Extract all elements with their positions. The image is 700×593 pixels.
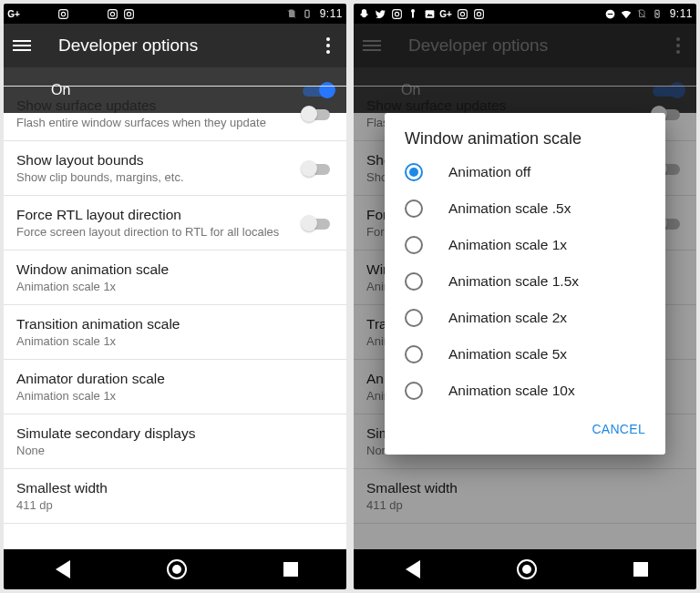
radio-icon [405, 236, 423, 254]
nav-home-icon[interactable] [167, 559, 187, 579]
row-animator-duration-scale[interactable]: Animator duration scale Animation scale … [4, 360, 346, 414]
instagram3-icon [122, 7, 135, 20]
row-subtitle: Animation scale 1x [16, 280, 334, 293]
phone-right: G+ 9:11 Developer options On Show surfac… [354, 4, 696, 589]
row-subtitle: Flash entire window surfaces when they u… [16, 116, 303, 129]
nav-recents-icon[interactable] [283, 562, 298, 577]
dnd-icon [604, 7, 617, 20]
option-animation-05x[interactable]: Animation scale .5x [385, 190, 665, 227]
app-bar: Developer options [4, 24, 346, 67]
row-title: Window animation scale [16, 261, 334, 278]
svg-rect-16 [458, 9, 467, 18]
row-subtitle: 411 dp [16, 498, 334, 512]
row-subtitle: Show clip bounds, margins, etc. [16, 170, 303, 184]
row-switch[interactable] [303, 159, 334, 178]
svg-rect-3 [91, 10, 100, 18]
row-subtitle: Animation scale 1x [16, 334, 334, 348]
radio-icon [405, 163, 423, 181]
no-sim-icon [635, 7, 648, 20]
instagram-icon [57, 7, 69, 20]
svg-point-17 [460, 12, 464, 15]
svg-point-1 [61, 12, 65, 15]
row-subtitle: Force screen layout direction to RTL for… [16, 225, 303, 239]
radio-icon [405, 345, 423, 363]
animation-scale-dialog: Window animation scale Animation off Ani… [385, 113, 665, 455]
row-subtitle: None [16, 444, 334, 457]
android-nav-bar [354, 549, 696, 589]
key-icon [73, 7, 86, 20]
snapchat-icon [24, 7, 36, 20]
cancel-button[interactable]: Cancel [582, 414, 654, 444]
row-title: Transition animation scale [16, 316, 334, 332]
option-label: Animation off [448, 164, 530, 180]
radio-icon [405, 382, 423, 400]
row-title: Force RTL layout direction [16, 207, 303, 223]
row-force-rtl[interactable]: Force RTL layout direction Force screen … [4, 196, 346, 250]
row-smallest-width[interactable]: Smallest width 411 dp [4, 469, 346, 524]
status-clock: 9:11 [670, 7, 693, 20]
hamburger-icon[interactable] [11, 35, 33, 56]
instagram-icon [390, 7, 403, 20]
row-switch[interactable] [303, 105, 334, 123]
status-bar: G+ 9:11 [4, 4, 346, 24]
svg-rect-14 [425, 10, 434, 18]
row-title: Smallest width [16, 480, 334, 496]
nav-back-icon[interactable] [402, 560, 420, 578]
svg-rect-10 [258, 13, 262, 14]
row-title: Animator duration scale [16, 371, 334, 387]
option-animation-5x[interactable]: Animation scale 5x [385, 336, 665, 373]
radio-icon [405, 272, 423, 291]
nav-recents-icon[interactable] [633, 562, 648, 577]
row-title: Show layout bounds [16, 152, 303, 169]
svg-point-2 [65, 10, 66, 11]
instagram2-icon [106, 7, 118, 20]
instagram2-icon [456, 7, 468, 20]
row-subtitle: Animation scale 1x [16, 389, 334, 403]
option-animation-2x[interactable]: Animation scale 2x [385, 300, 665, 336]
dnd-icon [254, 7, 267, 20]
snapchat-icon [357, 7, 370, 20]
option-animation-off[interactable]: Animation off [385, 154, 665, 190]
nav-back-icon[interactable] [52, 560, 70, 578]
settings-list[interactable]: Show surface updates Flash entire window… [4, 86, 346, 549]
status-left-icons: G+ [357, 7, 485, 20]
status-right-icons: 9:11 [604, 7, 693, 20]
svg-point-13 [395, 12, 398, 15]
status-left-icons: G+ [7, 7, 135, 20]
row-show-layout-bounds[interactable]: Show layout bounds Show clip bounds, mar… [4, 141, 346, 196]
appbar-title: Developer options [58, 36, 198, 56]
svg-point-6 [110, 12, 114, 15]
option-label: Animation scale 1x [448, 237, 567, 253]
dialog-title: Window animation scale [385, 129, 665, 154]
svg-rect-7 [124, 9, 133, 18]
option-label: Animation scale 5x [448, 346, 567, 363]
android-nav-bar [4, 549, 346, 589]
status-right-icons: 9:11 [254, 7, 343, 20]
option-label: Animation scale .5x [448, 200, 571, 217]
svg-rect-18 [474, 9, 483, 18]
overflow-icon[interactable] [317, 35, 339, 56]
option-animation-15x[interactable]: Animation scale 1.5x [385, 263, 665, 300]
row-show-surface-updates[interactable]: Show surface updates Flash entire window… [4, 86, 346, 141]
option-label: Animation scale 10x [448, 383, 575, 399]
row-simulate-secondary-displays[interactable]: Simulate secondary displays None [4, 414, 346, 469]
photo-icon [89, 7, 102, 20]
svg-rect-12 [392, 9, 401, 18]
svg-rect-21 [608, 13, 612, 14]
svg-point-19 [477, 12, 480, 15]
row-title: Simulate secondary displays [16, 425, 334, 442]
no-sim-icon [285, 7, 298, 20]
battery-icon [651, 7, 664, 20]
option-label: Animation scale 1.5x [448, 273, 579, 290]
row-window-animation-scale[interactable]: Window animation scale Animation scale 1… [4, 250, 346, 305]
option-animation-1x[interactable]: Animation scale 1x [385, 227, 665, 263]
option-animation-10x[interactable]: Animation scale 10x [385, 373, 665, 409]
row-transition-animation-scale[interactable]: Transition animation scale Animation sca… [4, 305, 346, 360]
nav-home-icon[interactable] [517, 559, 537, 579]
radio-icon [405, 199, 423, 218]
twitter-icon [374, 7, 386, 20]
row-switch[interactable] [303, 214, 334, 232]
radio-icon [405, 309, 423, 327]
photo-icon [423, 7, 436, 20]
dialog-actions: Cancel [385, 409, 665, 449]
